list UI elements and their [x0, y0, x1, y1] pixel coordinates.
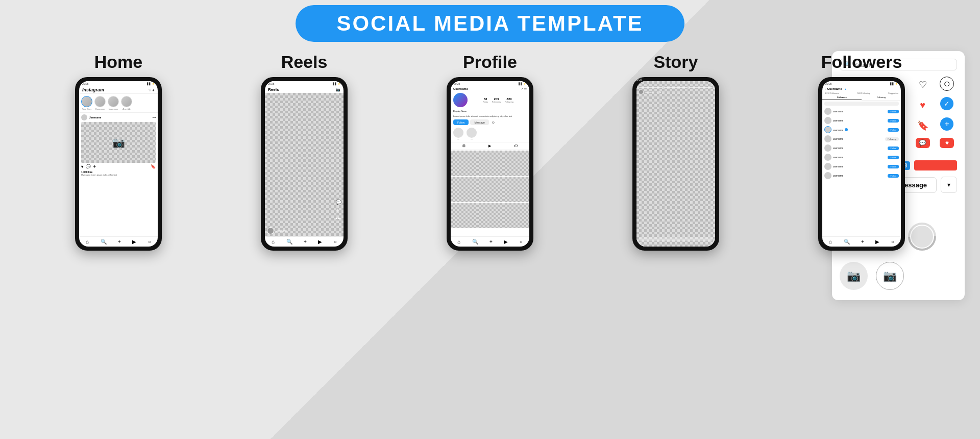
phone-frame-home: 20:25 ▋▋ ⚡ Instagram ♡ ✈ Your Story: [75, 77, 162, 251]
home-top-bar: Instagram ♡ ✈: [79, 86, 158, 94]
profile-stats: 33 Posts 209 Followers 820 Following: [470, 97, 527, 103]
highlight-circle: [467, 128, 477, 138]
phone-label-reels: Reels: [281, 52, 328, 72]
posts-stat: 33 Posts: [483, 97, 488, 103]
profile-bio: Lorem ipsum dolor sit amet, consectetur …: [451, 114, 529, 119]
follower-row: username Follow: [822, 171, 901, 180]
reels-bottom-nav: ⌂ 🔍 + ▶ ○: [265, 236, 344, 247]
post-actions: ♥ 💬 ✈ 🔖: [81, 163, 156, 170]
highlight-circle: [453, 128, 463, 138]
story-screen: 20:25 username ••• ✕: [636, 81, 715, 247]
instagram-logo: Instagram: [82, 87, 104, 92]
follower-row: username Follow: [822, 143, 901, 153]
reel-header: Reels 📷: [265, 86, 344, 93]
tab-followers[interactable]: Followers: [822, 95, 862, 100]
status-bar-reels: 20:25 ▋▋ ⚡: [265, 81, 344, 86]
follower-row: username Follow: [822, 153, 901, 162]
phone-label-followers: Followers: [821, 52, 902, 72]
grid-cell: [477, 151, 503, 176]
post-image: 📷: [81, 122, 156, 163]
following-stat: 820 Following: [505, 97, 513, 103]
reel-side-icons: ♡ 💬 ✈ •••: [336, 191, 341, 221]
grid-cell: [477, 177, 503, 202]
followers-username: Username: [827, 87, 842, 90]
story-top-bar: [636, 85, 715, 89]
profile-grid-tabs: ⊞ ▶ 🏷: [451, 142, 529, 150]
profile-header: Username ✓ •••: [451, 86, 529, 91]
post-caption: Username lorem ipsum dolor, other text: [81, 174, 156, 176]
phone-group-home: Home 20:25 ▋▋ ⚡ Instagram ♡ ✈ Your Stor: [31, 52, 206, 251]
follower-row: username Follow: [822, 162, 901, 171]
story-progress: [639, 87, 663, 88]
follower-row: username Following: [822, 134, 901, 143]
search-bar-mini[interactable]: [824, 102, 899, 106]
profile-screen: 20:25 ▋▋ ⚡ Username ✓ ••• 33 Posts: [451, 81, 529, 247]
followers-stat: 209 Followers: [492, 97, 501, 103]
following-label: Following: [505, 101, 513, 103]
follower-row: username Follow: [822, 107, 901, 116]
phone-label-profile: Profile: [463, 52, 517, 72]
follower-row: username Follow: [822, 116, 901, 125]
follower-follow-btn[interactable]: Follow: [888, 128, 899, 132]
camera-placeholder-icon: 📷: [112, 136, 125, 149]
profile-avatar-row: 33 Posts 209 Followers 820 Following: [451, 91, 529, 109]
follower-following-btn[interactable]: Following: [885, 137, 899, 141]
status-bar-followers: 20:25 ▋▋ ⚡: [822, 81, 901, 86]
profile-message-button[interactable]: Message: [470, 119, 488, 125]
stories-row: Your Story Username Username A.on t: [79, 94, 158, 113]
profile-buttons: Follow Message ☺: [451, 118, 529, 126]
grid-cell: [477, 203, 503, 228]
story-progress: [664, 87, 688, 88]
status-bar-profile: 20:25 ▋▋ ⚡: [451, 81, 529, 86]
follower-follow-btn[interactable]: Follow: [888, 147, 899, 150]
story-label: A.on title: [121, 108, 132, 110]
follower-follow-btn[interactable]: Follow: [888, 165, 899, 168]
phone-frame-followers: 20:25 ▋▋ ⚡ ‹ Username ● 1.2 K Followers …: [818, 77, 905, 251]
phone-label-story: Story: [654, 52, 698, 72]
profile-username-top: Username: [453, 87, 468, 90]
phone-group-reels: Reels 20:25 ▋▋ ⚡ Reels 📷 ♡ 💬: [216, 52, 392, 251]
story-reply-bar[interactable]: [639, 237, 713, 241]
story-progress: [689, 87, 713, 88]
phones-section: Home 20:25 ▋▋ ⚡ Instagram ♡ ✈ Your Stor: [0, 52, 980, 251]
grid-cell: [503, 203, 529, 228]
phone-group-followers: Followers 20:25 ▋▋ ⚡ ‹ Username ● 1.2 K …: [774, 52, 949, 251]
profile-displayname: Display Name: [451, 109, 529, 114]
follower-follow-btn[interactable]: Follow: [888, 174, 899, 178]
post-username: Username: [89, 116, 101, 119]
tab-following[interactable]: Following: [862, 95, 901, 100]
grid-cell: [451, 177, 477, 202]
follower-follow-btn[interactable]: Follow: [888, 156, 899, 159]
follower-follow-btn[interactable]: Follow: [888, 110, 899, 113]
story-label: Your Story: [81, 108, 92, 110]
profile-avatar: [453, 93, 468, 107]
profile-follow-button[interactable]: Follow: [453, 119, 469, 125]
reels-screen: 20:25 ▋▋ ⚡ Reels 📷 ♡ 💬 ✈ •••: [265, 81, 344, 247]
story-heart-icon: ♡: [709, 241, 713, 246]
phone-frame-reels: 20:25 ▋▋ ⚡ Reels 📷 ♡ 💬 ✈ •••: [261, 77, 348, 251]
status-bar: 20:25 ▋▋ ⚡: [79, 81, 158, 86]
header-banner: SOCIAL MEDIA TEMPLATE: [296, 5, 684, 42]
grid-cell: [451, 151, 477, 176]
phone-group-story: Story 20:25 username: [588, 52, 764, 251]
follower-row: username Follow: [822, 125, 901, 134]
posts-label: Posts: [483, 101, 488, 103]
grid-cell: [503, 177, 529, 202]
reel-title: Reels: [268, 87, 279, 92]
reel-bottom-info: Username ━━━━━━━━━: [267, 227, 299, 234]
story-username: username: [645, 91, 654, 93]
story-label: Username: [108, 108, 119, 110]
profile-grid: [451, 150, 529, 229]
phone-frame-story: 20:25 username ••• ✕: [632, 77, 719, 251]
grid-cell: [451, 203, 477, 228]
followers-header: ‹ Username ●: [822, 86, 901, 91]
status-bar-story: 20:25: [636, 81, 715, 82]
post-avatar: [81, 114, 87, 120]
profile-highlights: ••• •••: [451, 126, 529, 142]
phone-label-home: Home: [94, 52, 142, 72]
post-area: Username ••• 📷 ♥ 💬 ✈ 🔖 1,000 like: [79, 113, 158, 178]
home-screen: 20:25 ▋▋ ⚡ Instagram ♡ ✈ Your Story: [79, 81, 158, 247]
follower-follow-btn[interactable]: Follow: [888, 119, 899, 123]
followers-tabs: Followers Following: [822, 95, 901, 101]
reel-avatar: [267, 227, 274, 234]
